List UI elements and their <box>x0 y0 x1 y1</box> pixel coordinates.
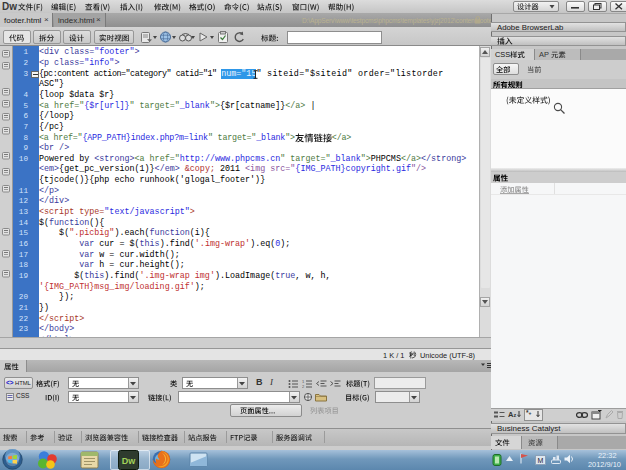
svg-text:Dw: Dw <box>122 456 136 466</box>
svg-text:1: 1 <box>302 379 305 384</box>
svg-text:2: 2 <box>302 384 305 389</box>
